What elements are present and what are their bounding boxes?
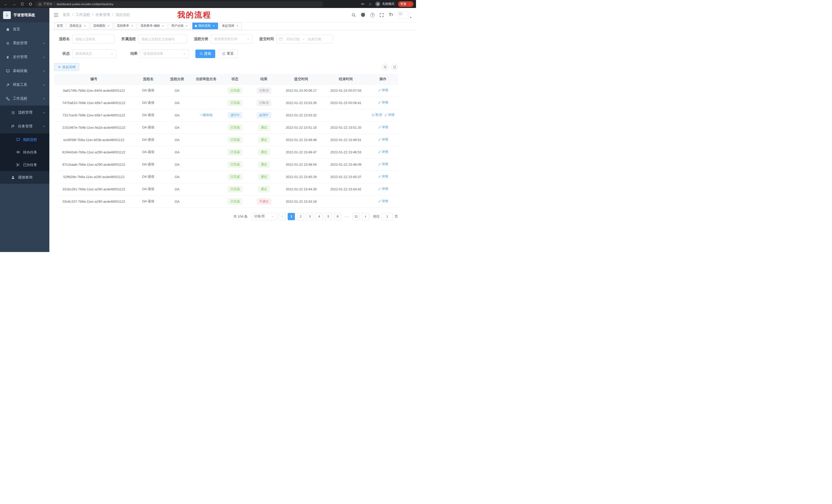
sidebar-item-payment[interactable]: ¥ 支付管理 [0,50,49,64]
close-icon[interactable]: × [130,24,134,28]
reset-button[interactable]: 重置 [218,50,238,58]
end-date-input[interactable] [305,37,324,41]
cell-name: OA 请假 [133,134,163,146]
fullscreen-icon[interactable] [380,13,384,17]
refresh-table-icon[interactable] [391,64,398,71]
page-button-4[interactable]: 4 [315,213,323,220]
next-page-button[interactable] [362,213,369,220]
sidebar-item-label: 已办任务 [23,163,37,167]
col-actions: 操作 [368,74,398,84]
sidebar-item-done-tasks[interactable]: 已办任务 [0,159,49,171]
browser-back-icon[interactable]: ← [4,2,8,6]
close-icon[interactable]: × [161,24,165,28]
page-button-11[interactable]: 11 [353,213,360,220]
detail-link[interactable]: 详情 [378,162,388,166]
browser-menu-icon[interactable]: ⋮ [408,3,411,6]
help-icon[interactable]: ? [370,13,374,17]
sidebar-item-leave-query[interactable]: 请假查询 [0,171,49,184]
sidebar-item-task-management[interactable]: 任务管理 [0,119,49,133]
tab-process-form-edit[interactable]: 流程表单-编辑× [138,23,167,29]
close-icon[interactable]: × [235,24,239,28]
toggle-search-icon[interactable] [382,64,389,71]
browser-update-button[interactable]: 更新 ⋮ [398,1,413,7]
tab-my-process[interactable]: 我的流程× [192,23,218,29]
current-task-link[interactable]: 一级审批 [200,113,213,117]
goto-page-input[interactable] [382,213,393,220]
detail-link[interactable]: 详情 [378,150,388,154]
tab-process-model[interactable]: 流程模型× [90,23,113,29]
page-button-3[interactable]: 3 [306,213,313,220]
detail-link[interactable]: 详情 [378,125,388,130]
sidebar-item-my-process[interactable]: 我的流程 [0,133,49,146]
start-process-button[interactable]: 发起流程 [54,63,79,71]
page-button-2[interactable]: 2 [297,213,304,220]
table-row: 331bc281-7b9a-11ec-a290-acde48001122 OA … [54,183,398,195]
browser-forward-icon[interactable]: → [12,2,16,6]
more-pages-icon[interactable]: ··· [343,213,350,220]
tab-process-form[interactable]: 流程表单× [114,23,136,29]
detail-link[interactable]: 详情 [378,199,388,203]
address-bar[interactable]: 不安全 | dashboard.yudao.iocoder.cn/bpm/tas… [35,1,323,7]
hamburger-icon[interactable] [49,8,63,22]
sidebar-item-devtools[interactable]: 研发工具 [0,78,49,92]
close-icon[interactable]: × [107,24,110,28]
status-badge: 进行中 [228,112,242,118]
detail-link[interactable]: 详情 [378,88,388,92]
browser-home-icon[interactable] [28,2,33,6]
close-icon[interactable]: × [185,24,188,28]
plus-icon [58,65,61,68]
github-icon[interactable] [361,12,365,17]
breadcrumb-workflow[interactable]: 工作流程 [70,12,90,17]
col-submit-time: 提交时间 [279,74,324,84]
cancel-link[interactable]: 取消 [371,113,382,117]
page-size-select[interactable]: 10条/页 [252,213,277,220]
chevron-down-icon[interactable]: ▾ [410,16,411,19]
avatar[interactable] [398,11,408,19]
page-button-1[interactable]: 1 [288,213,295,220]
cell-category: OA [163,171,191,183]
sidebar-item-system[interactable]: 系统管理 [0,36,49,50]
sidebar-item-workflow[interactable]: 工作流程 [0,92,49,106]
bookmark-star-icon[interactable]: ☆ [368,2,372,6]
sidebar-item-home[interactable]: 首页 [0,22,49,36]
detail-link[interactable]: 详情 [384,113,394,117]
category-select[interactable]: 请选择流程分类 [211,35,253,44]
result-select[interactable]: 请选择流结果 [140,49,189,58]
parent-process-input[interactable] [138,35,187,44]
prev-page-button[interactable] [279,213,286,220]
tab-home[interactable]: 首页 [54,23,66,29]
browser-reload-icon[interactable] [20,2,24,6]
process-name-input[interactable] [72,35,115,44]
result-badge: 已取消 [257,100,271,106]
close-icon[interactable]: × [212,24,215,28]
tab-process-definition[interactable]: 流程定义× [67,23,89,29]
status-select[interactable]: 请选择状态 [72,49,116,58]
breadcrumb-task-management[interactable]: 任务管理 [90,12,110,17]
table-row: 67c2eaab-7b9a-11ec-a290-acde48001122 OA … [54,158,398,171]
password-key-icon[interactable] [361,2,365,6]
tab-start-process[interactable]: 发起流程× [219,23,242,29]
sidebar-item-process-management[interactable]: 流程管理 [0,106,49,119]
chevron-down-icon [43,42,45,45]
process-name-label: 流程名 [54,37,70,41]
sidebar-item-todo-tasks[interactable]: 待办任务 [0,146,49,159]
detail-link[interactable]: 详情 [378,137,388,142]
start-date-input[interactable] [284,37,302,41]
tab-user-group[interactable]: 用户分组× [169,23,191,29]
detail-link[interactable]: 详情 [378,174,388,179]
font-size-icon[interactable]: TT [389,13,393,17]
sidebar-logo[interactable]: 芋道管理系统 [0,8,49,22]
page-button-6[interactable]: 6 [334,213,341,220]
detail-link[interactable]: 详情 [378,187,388,191]
sidebar-item-infra[interactable]: 基础设施 [0,64,49,78]
search-button[interactable]: 搜索 [196,50,215,58]
detail-link[interactable]: 详情 [378,101,388,105]
close-icon[interactable]: × [83,24,87,28]
result-badge: 通过 [258,149,270,155]
search-icon[interactable] [352,13,356,17]
edit-icon [378,163,381,166]
date-range-picker[interactable]: - [277,35,333,44]
breadcrumb-home[interactable]: 首页 [63,12,70,17]
page-button-5[interactable]: 5 [325,213,332,220]
cell-id: 7317cec6-7b9b-11ec-b5b7-acde48001122 [54,109,133,121]
